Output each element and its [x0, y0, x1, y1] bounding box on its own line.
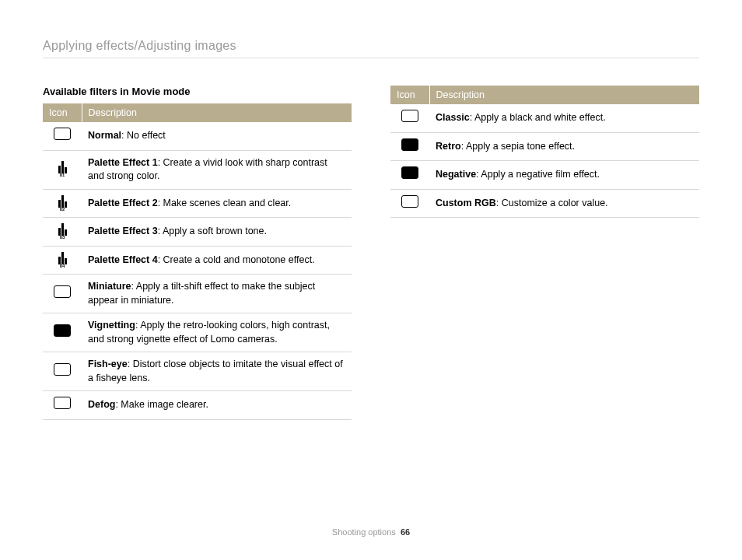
- filter-description: : Apply a sepia tone effect.: [461, 141, 575, 152]
- icon-cell: 01: [43, 150, 82, 189]
- table-row: Miniature: Apply a tilt-shift effect to …: [43, 275, 352, 313]
- table-row: Defog: Make image clearer.: [43, 391, 352, 420]
- icon-cell: [43, 313, 82, 352]
- icon-cell: [390, 104, 429, 132]
- movie-mode-filters-table-continued: Icon Description Classic: Apply a black …: [390, 86, 699, 218]
- filter-name: Classic: [436, 112, 470, 123]
- description-cell: Palette Effect 2: Make scenes clean and …: [82, 189, 352, 218]
- filter-description: : Make scenes clean and clear.: [158, 198, 292, 208]
- table-row: Retro: Apply a sepia tone effect.: [390, 132, 699, 161]
- custom-rgb-icon: [401, 195, 418, 208]
- description-cell: Retro: Apply a sepia tone effect.: [429, 132, 699, 161]
- description-cell: Custom RGB: Customize a color value.: [429, 189, 699, 218]
- icon-cell: [43, 275, 82, 313]
- description-cell: Fish-eye: Distort close objects to imita…: [82, 352, 352, 391]
- filter-name: Negative: [436, 169, 476, 180]
- icon-cell: 04: [43, 246, 82, 275]
- icon-cell: 02: [43, 189, 82, 218]
- description-cell: Palette Effect 1: Create a vivid look wi…: [82, 150, 352, 189]
- table-row: 02Palette Effect 2: Make scenes clean an…: [43, 189, 352, 218]
- table-row: 04Palette Effect 4: Create a cold and mo…: [43, 246, 352, 275]
- description-cell: Defog: Make image clearer.: [82, 391, 352, 420]
- filter-name: Miniature: [88, 281, 131, 292]
- normal-off-icon: [54, 128, 71, 140]
- palette-1-icon: 01: [54, 161, 71, 177]
- description-cell: Normal: No effect: [82, 122, 352, 150]
- table-header-description: Description: [429, 86, 699, 104]
- filter-name: Normal: [88, 130, 121, 141]
- icon-cell: [43, 122, 82, 150]
- filter-description: : Make image clearer.: [115, 399, 208, 410]
- description-cell: Palette Effect 4: Create a cold and mono…: [82, 246, 352, 275]
- classic-icon: [401, 110, 418, 122]
- filter-name: Vignetting: [88, 320, 135, 331]
- page-footer: Shooting options 66: [0, 527, 742, 537]
- miniature-icon: [54, 285, 71, 298]
- table-row: Negative: Apply a negative film effect.: [390, 161, 699, 190]
- icon-cell: [390, 189, 429, 218]
- breadcrumb: Applying effects/Adjusting images: [43, 39, 699, 58]
- icon-cell: [390, 132, 429, 161]
- palette-2-icon: 02: [54, 195, 71, 212]
- description-cell: Negative: Apply a negative film effect.: [429, 161, 699, 190]
- filter-description: : Create a cold and monotone effect.: [158, 254, 315, 265]
- filter-name: Retro: [436, 141, 461, 152]
- filter-name: Defog: [88, 399, 115, 410]
- filter-description: : No effect: [121, 130, 166, 141]
- palette-4-icon: 04: [54, 252, 71, 268]
- description-cell: Palette Effect 3: Apply a soft brown ton…: [82, 218, 352, 247]
- filter-name: Fish-eye: [88, 359, 128, 369]
- description-cell: Vignetting: Apply the retro-looking colo…: [82, 313, 352, 352]
- filter-name: Palette Effect 4: [88, 254, 158, 265]
- page-number: 66: [401, 527, 410, 537]
- table-header-icon: Icon: [43, 103, 82, 122]
- palette-3-icon: 03: [54, 223, 71, 240]
- filter-description: : Apply a soft brown tone.: [158, 226, 267, 236]
- table-row: 03Palette Effect 3: Apply a soft brown t…: [43, 218, 352, 247]
- filter-description: : Customize a color value.: [496, 198, 608, 208]
- filter-name: Palette Effect 3: [88, 226, 158, 236]
- vignetting-icon: [54, 324, 71, 337]
- defog-icon: [54, 397, 71, 409]
- movie-mode-filters-table: Icon Description Normal: No effect01Pale…: [43, 103, 352, 420]
- table-header-icon: Icon: [390, 86, 429, 104]
- negative-icon: [401, 166, 418, 179]
- retro-icon: [401, 138, 418, 151]
- description-cell: Miniature: Apply a tilt-shift effect to …: [82, 275, 352, 313]
- description-cell: Classic: Apply a black and white effect.: [429, 104, 699, 132]
- footer-section: Shooting options: [332, 527, 396, 537]
- icon-cell: [390, 161, 429, 190]
- table-row: Fish-eye: Distort close objects to imita…: [43, 352, 352, 391]
- filter-description: : Apply a negative film effect.: [476, 169, 600, 180]
- section-subheading: Available filters in Movie mode: [43, 86, 352, 97]
- table-row: Classic: Apply a black and white effect.: [390, 104, 699, 132]
- filter-name: Palette Effect 2: [88, 198, 158, 208]
- filter-name: Palette Effect 1: [88, 157, 158, 168]
- table-header-description: Description: [82, 103, 352, 122]
- table-row: Normal: No effect: [43, 122, 352, 150]
- icon-cell: [43, 391, 82, 420]
- filter-description: : Apply a black and white effect.: [470, 112, 606, 123]
- table-row: Custom RGB: Customize a color value.: [390, 189, 699, 218]
- table-row: Vignetting: Apply the retro-looking colo…: [43, 313, 352, 352]
- icon-cell: 03: [43, 218, 82, 247]
- fish-eye-icon: [54, 363, 71, 376]
- filter-name: Custom RGB: [436, 198, 496, 208]
- icon-cell: [43, 352, 82, 391]
- table-row: 01Palette Effect 1: Create a vivid look …: [43, 150, 352, 189]
